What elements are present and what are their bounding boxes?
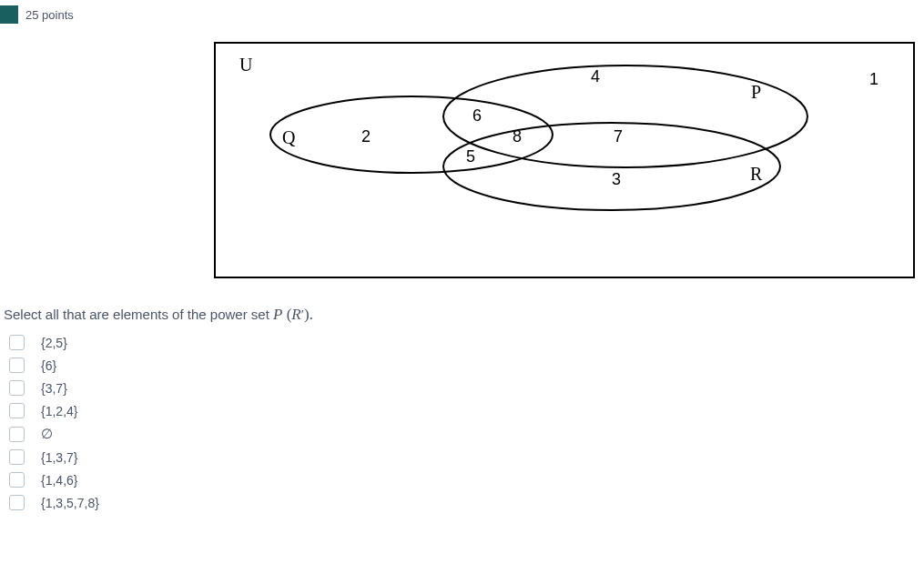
num-7: 7 <box>614 127 623 146</box>
option-label: {1,4,6} <box>41 473 78 488</box>
diagram-container: U Q P R 1 2 3 4 5 6 7 8 <box>214 42 924 278</box>
set-p-ellipse <box>443 65 807 167</box>
universe-label: U <box>239 55 253 75</box>
prompt-math-R: R <box>291 306 300 323</box>
prompt-open: ( <box>282 306 291 323</box>
num-1: 1 <box>869 70 878 88</box>
checkbox[interactable] <box>9 357 25 373</box>
option-row: {6} <box>9 357 924 373</box>
checkbox[interactable] <box>9 495 25 510</box>
set-q-ellipse <box>270 96 553 173</box>
num-4: 4 <box>591 67 600 86</box>
option-row: {3,7} <box>9 380 924 396</box>
question-header: 25 points <box>0 0 924 24</box>
question-color-block <box>0 5 18 24</box>
points-label: 25 points <box>25 8 74 22</box>
num-5: 5 <box>466 147 475 166</box>
option-row: {1,4,6} <box>9 472 924 488</box>
option-row: ∅ <box>9 426 924 442</box>
checkbox[interactable] <box>9 335 25 350</box>
option-row: {1,3,5,7,8} <box>9 495 924 510</box>
checkbox[interactable] <box>9 472 25 488</box>
question-prompt: Select all that are elements of the powe… <box>4 306 924 324</box>
option-row: {1,2,4} <box>9 403 924 418</box>
option-label: {3,7} <box>41 381 67 396</box>
venn-diagram: U Q P R 1 2 3 4 5 6 7 8 <box>214 42 915 278</box>
option-label: {1,2,4} <box>41 404 78 418</box>
option-label: {1,3,7} <box>41 450 78 465</box>
prompt-math-P: P <box>273 306 282 323</box>
options-list: {2,5} {6} {3,7} {1,2,4} ∅ {1,3,7} {1,4,6… <box>9 335 924 510</box>
set-p-label: P <box>751 82 761 102</box>
option-label: {1,3,5,7,8} <box>41 496 99 510</box>
set-q-label: Q <box>282 127 296 147</box>
num-8: 8 <box>513 127 522 146</box>
venn-svg: U Q P R 1 2 3 4 5 6 7 8 <box>216 44 913 277</box>
prompt-close: ). <box>304 306 313 323</box>
option-row: {2,5} <box>9 335 924 350</box>
option-label: ∅ <box>41 426 53 442</box>
set-r-label: R <box>750 164 763 184</box>
num-6: 6 <box>472 106 482 125</box>
checkbox[interactable] <box>9 380 25 396</box>
checkbox[interactable] <box>9 403 25 418</box>
num-2: 2 <box>361 127 371 146</box>
option-label: {6} <box>41 358 56 373</box>
prompt-prefix: Select all that are elements of the powe… <box>4 307 273 322</box>
option-row: {1,3,7} <box>9 449 924 465</box>
checkbox[interactable] <box>9 427 25 442</box>
option-label: {2,5} <box>41 336 67 350</box>
num-3: 3 <box>612 170 621 188</box>
checkbox[interactable] <box>9 449 25 465</box>
